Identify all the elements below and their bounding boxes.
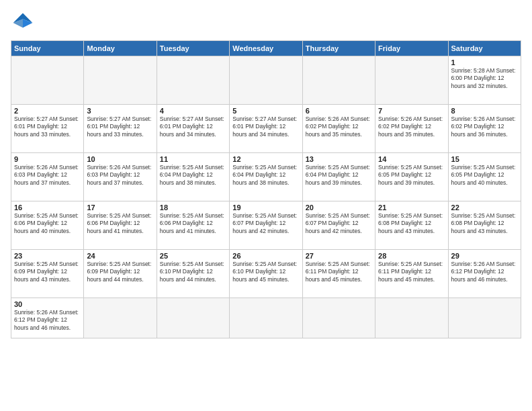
day-info: Sunrise: 5:26 AM Sunset: 6:02 PM Dayligh… [451,116,518,138]
calendar-cell [84,298,157,338]
day-number: 12 [232,155,299,163]
page: SundayMondayTuesdayWednesdayThursdayFrid… [0,0,532,411]
calendar-cell: 22Sunrise: 5:25 AM Sunset: 6:08 PM Dayli… [448,201,521,250]
day-number: 6 [306,107,372,115]
day-info: Sunrise: 5:26 AM Sunset: 6:02 PM Dayligh… [378,116,445,138]
day-info: Sunrise: 5:25 AM Sunset: 6:11 PM Dayligh… [378,261,445,283]
day-number: 8 [451,107,518,115]
calendar-cell: 10Sunrise: 5:26 AM Sunset: 6:03 PM Dayli… [84,153,157,201]
calendar-week-0: 1Sunrise: 5:28 AM Sunset: 6:00 PM Daylig… [11,56,521,105]
day-number: 23 [14,252,81,260]
col-header-wednesday: Wednesday [230,41,302,56]
day-number: 2 [14,107,81,115]
day-number: 28 [378,252,445,260]
day-number: 7 [378,107,445,115]
day-info: Sunrise: 5:25 AM Sunset: 6:09 PM Dayligh… [87,261,153,283]
calendar-table: SundayMondayTuesdayWednesdayThursdayFrid… [11,40,521,338]
col-header-tuesday: Tuesday [157,41,229,56]
calendar-cell: 26Sunrise: 5:25 AM Sunset: 6:10 PM Dayli… [230,250,302,298]
calendar-cell: 7Sunrise: 5:26 AM Sunset: 6:02 PM Daylig… [375,105,448,153]
col-header-friday: Friday [375,41,448,56]
day-info: Sunrise: 5:28 AM Sunset: 6:00 PM Dayligh… [451,67,518,90]
day-info: Sunrise: 5:27 AM Sunset: 6:01 PM Dayligh… [87,116,153,138]
day-number: 13 [306,155,372,163]
day-number: 14 [378,155,445,163]
calendar-cell: 18Sunrise: 5:25 AM Sunset: 6:06 PM Dayli… [157,201,229,250]
calendar-cell: 25Sunrise: 5:25 AM Sunset: 6:10 PM Dayli… [157,250,229,298]
day-info: Sunrise: 5:25 AM Sunset: 6:05 PM Dayligh… [378,164,445,187]
day-info: Sunrise: 5:25 AM Sunset: 6:11 PM Dayligh… [306,261,372,283]
day-info: Sunrise: 5:25 AM Sunset: 6:04 PM Dayligh… [232,164,299,187]
day-number: 27 [306,252,372,260]
day-number: 26 [232,252,299,260]
day-info: Sunrise: 5:25 AM Sunset: 6:04 PM Dayligh… [160,164,226,187]
calendar-cell: 27Sunrise: 5:25 AM Sunset: 6:11 PM Dayli… [302,250,375,298]
day-number: 29 [451,252,518,260]
calendar-cell: 13Sunrise: 5:25 AM Sunset: 6:04 PM Dayli… [302,153,375,201]
day-info: Sunrise: 5:25 AM Sunset: 6:08 PM Dayligh… [451,212,518,235]
day-info: Sunrise: 5:25 AM Sunset: 6:05 PM Dayligh… [451,164,518,187]
day-number: 19 [232,203,299,212]
calendar-cell: 20Sunrise: 5:25 AM Sunset: 6:07 PM Dayli… [302,201,375,250]
logo [11,11,38,35]
calendar-week-4: 23Sunrise: 5:25 AM Sunset: 6:09 PM Dayli… [11,250,521,298]
calendar-cell: 19Sunrise: 5:25 AM Sunset: 6:07 PM Dayli… [230,201,302,250]
calendar-cell: 5Sunrise: 5:27 AM Sunset: 6:01 PM Daylig… [230,105,302,153]
day-info: Sunrise: 5:25 AM Sunset: 6:10 PM Dayligh… [160,261,226,283]
calendar-cell [375,298,448,338]
day-number: 9 [14,155,81,163]
day-number: 17 [87,203,153,212]
day-number: 30 [14,300,81,308]
calendar-cell [230,298,302,338]
calendar-cell: 1Sunrise: 5:28 AM Sunset: 6:00 PM Daylig… [448,56,521,105]
day-info: Sunrise: 5:26 AM Sunset: 6:12 PM Dayligh… [451,261,518,283]
col-header-saturday: Saturday [448,41,521,56]
day-info: Sunrise: 5:27 AM Sunset: 6:01 PM Dayligh… [232,116,299,138]
day-info: Sunrise: 5:26 AM Sunset: 6:02 PM Dayligh… [306,116,372,138]
day-number: 11 [160,155,226,163]
day-info: Sunrise: 5:25 AM Sunset: 6:09 PM Dayligh… [14,261,81,283]
header [11,11,521,35]
day-number: 15 [451,155,518,163]
calendar-week-3: 16Sunrise: 5:25 AM Sunset: 6:06 PM Dayli… [11,201,521,250]
calendar-week-5: 30Sunrise: 5:26 AM Sunset: 6:12 PM Dayli… [11,298,521,338]
day-number: 21 [378,203,445,212]
day-info: Sunrise: 5:25 AM Sunset: 6:06 PM Dayligh… [14,212,81,235]
calendar-cell: 17Sunrise: 5:25 AM Sunset: 6:06 PM Dayli… [84,201,157,250]
calendar-cell [11,56,84,105]
calendar-cell: 29Sunrise: 5:26 AM Sunset: 6:12 PM Dayli… [448,250,521,298]
col-header-sunday: Sunday [11,41,84,56]
day-info: Sunrise: 5:25 AM Sunset: 6:07 PM Dayligh… [232,212,299,235]
calendar-cell: 30Sunrise: 5:26 AM Sunset: 6:12 PM Dayli… [11,298,84,338]
day-info: Sunrise: 5:25 AM Sunset: 6:06 PM Dayligh… [160,212,226,235]
calendar-cell: 3Sunrise: 5:27 AM Sunset: 6:01 PM Daylig… [84,105,157,153]
calendar-header-row: SundayMondayTuesdayWednesdayThursdayFrid… [11,41,521,56]
day-number: 22 [451,203,518,212]
day-info: Sunrise: 5:26 AM Sunset: 6:12 PM Dayligh… [14,309,81,332]
day-number: 10 [87,155,153,163]
col-header-monday: Monday [84,41,157,56]
calendar-cell [375,56,448,105]
day-number: 25 [160,252,226,260]
calendar-cell: 21Sunrise: 5:25 AM Sunset: 6:08 PM Dayli… [375,201,448,250]
calendar-cell: 11Sunrise: 5:25 AM Sunset: 6:04 PM Dayli… [157,153,229,201]
day-info: Sunrise: 5:25 AM Sunset: 6:08 PM Dayligh… [378,212,445,235]
calendar-cell: 15Sunrise: 5:25 AM Sunset: 6:05 PM Dayli… [448,153,521,201]
day-number: 1 [451,58,518,66]
calendar-cell [448,298,521,338]
calendar-cell: 2Sunrise: 5:27 AM Sunset: 6:01 PM Daylig… [11,105,84,153]
calendar-week-1: 2Sunrise: 5:27 AM Sunset: 6:01 PM Daylig… [11,105,521,153]
day-number: 3 [87,107,153,115]
col-header-thursday: Thursday [302,41,375,56]
day-number: 16 [14,203,81,212]
day-info: Sunrise: 5:27 AM Sunset: 6:01 PM Dayligh… [14,116,81,138]
calendar-cell: 24Sunrise: 5:25 AM Sunset: 6:09 PM Dayli… [84,250,157,298]
calendar-cell: 9Sunrise: 5:26 AM Sunset: 6:03 PM Daylig… [11,153,84,201]
calendar-cell [157,56,229,105]
calendar-cell [157,298,229,338]
day-info: Sunrise: 5:27 AM Sunset: 6:01 PM Dayligh… [160,116,226,138]
day-info: Sunrise: 5:25 AM Sunset: 6:04 PM Dayligh… [306,164,372,187]
day-number: 24 [87,252,153,260]
calendar-cell: 4Sunrise: 5:27 AM Sunset: 6:01 PM Daylig… [157,105,229,153]
calendar-cell: 16Sunrise: 5:25 AM Sunset: 6:06 PM Dayli… [11,201,84,250]
